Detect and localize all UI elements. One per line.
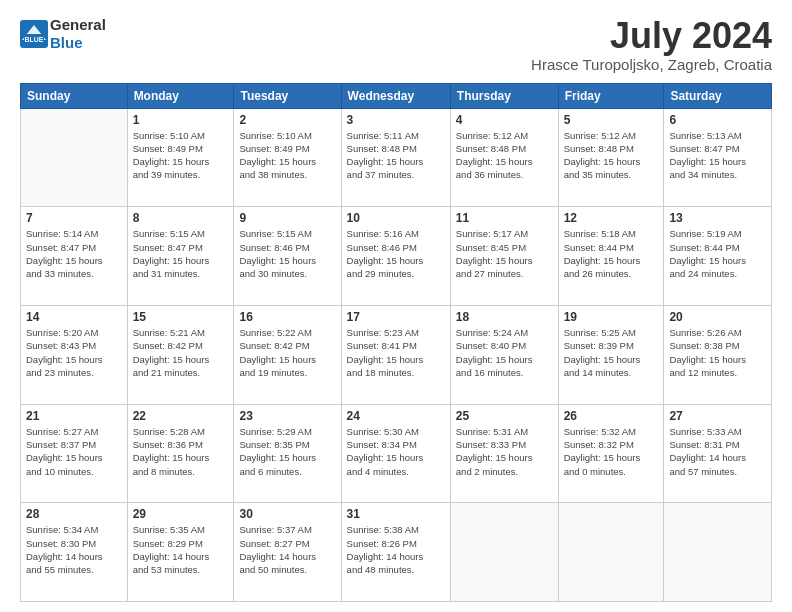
day-number: 25 — [456, 409, 553, 423]
calendar-cell: 12Sunrise: 5:18 AMSunset: 8:44 PMDayligh… — [558, 207, 664, 306]
day-info: Sunrise: 5:25 AMSunset: 8:39 PMDaylight:… — [564, 326, 659, 379]
header: BLUE General Blue July 2024 Hrasce Turop… — [20, 16, 772, 73]
day-number: 19 — [564, 310, 659, 324]
logo-text: General Blue — [50, 16, 106, 52]
weekday-header-tuesday: Tuesday — [234, 83, 341, 108]
calendar-cell: 6Sunrise: 5:13 AMSunset: 8:47 PMDaylight… — [664, 108, 772, 207]
day-number: 24 — [347, 409, 445, 423]
calendar-cell: 21Sunrise: 5:27 AMSunset: 8:37 PMDayligh… — [21, 404, 128, 503]
day-info: Sunrise: 5:26 AMSunset: 8:38 PMDaylight:… — [669, 326, 766, 379]
day-number: 17 — [347, 310, 445, 324]
week-row-3: 14Sunrise: 5:20 AMSunset: 8:43 PMDayligh… — [21, 305, 772, 404]
day-info: Sunrise: 5:27 AMSunset: 8:37 PMDaylight:… — [26, 425, 122, 478]
weekday-header-row: SundayMondayTuesdayWednesdayThursdayFrid… — [21, 83, 772, 108]
day-info: Sunrise: 5:15 AMSunset: 8:46 PMDaylight:… — [239, 227, 335, 280]
day-info: Sunrise: 5:31 AMSunset: 8:33 PMDaylight:… — [456, 425, 553, 478]
calendar-cell: 22Sunrise: 5:28 AMSunset: 8:36 PMDayligh… — [127, 404, 234, 503]
weekday-header-thursday: Thursday — [450, 83, 558, 108]
title-area: July 2024 Hrasce Turopoljsko, Zagreb, Cr… — [531, 16, 772, 73]
logo: BLUE General Blue — [20, 16, 106, 52]
calendar-cell: 11Sunrise: 5:17 AMSunset: 8:45 PMDayligh… — [450, 207, 558, 306]
calendar-cell: 3Sunrise: 5:11 AMSunset: 8:48 PMDaylight… — [341, 108, 450, 207]
calendar-cell: 1Sunrise: 5:10 AMSunset: 8:49 PMDaylight… — [127, 108, 234, 207]
day-number: 8 — [133, 211, 229, 225]
calendar-cell: 10Sunrise: 5:16 AMSunset: 8:46 PMDayligh… — [341, 207, 450, 306]
svg-text:BLUE: BLUE — [24, 36, 43, 43]
day-number: 4 — [456, 113, 553, 127]
weekday-header-monday: Monday — [127, 83, 234, 108]
day-number: 18 — [456, 310, 553, 324]
day-number: 7 — [26, 211, 122, 225]
day-info: Sunrise: 5:28 AMSunset: 8:36 PMDaylight:… — [133, 425, 229, 478]
day-info: Sunrise: 5:19 AMSunset: 8:44 PMDaylight:… — [669, 227, 766, 280]
calendar-cell: 19Sunrise: 5:25 AMSunset: 8:39 PMDayligh… — [558, 305, 664, 404]
calendar-cell: 8Sunrise: 5:15 AMSunset: 8:47 PMDaylight… — [127, 207, 234, 306]
day-number: 30 — [239, 507, 335, 521]
day-info: Sunrise: 5:17 AMSunset: 8:45 PMDaylight:… — [456, 227, 553, 280]
day-info: Sunrise: 5:35 AMSunset: 8:29 PMDaylight:… — [133, 523, 229, 576]
calendar-table: SundayMondayTuesdayWednesdayThursdayFrid… — [20, 83, 772, 602]
day-info: Sunrise: 5:14 AMSunset: 8:47 PMDaylight:… — [26, 227, 122, 280]
calendar-cell — [558, 503, 664, 602]
day-number: 15 — [133, 310, 229, 324]
day-info: Sunrise: 5:21 AMSunset: 8:42 PMDaylight:… — [133, 326, 229, 379]
week-row-1: 1Sunrise: 5:10 AMSunset: 8:49 PMDaylight… — [21, 108, 772, 207]
day-number: 13 — [669, 211, 766, 225]
calendar-cell: 15Sunrise: 5:21 AMSunset: 8:42 PMDayligh… — [127, 305, 234, 404]
calendar-cell: 31Sunrise: 5:38 AMSunset: 8:26 PMDayligh… — [341, 503, 450, 602]
day-number: 23 — [239, 409, 335, 423]
day-info: Sunrise: 5:16 AMSunset: 8:46 PMDaylight:… — [347, 227, 445, 280]
day-number: 5 — [564, 113, 659, 127]
day-number: 26 — [564, 409, 659, 423]
day-number: 3 — [347, 113, 445, 127]
day-info: Sunrise: 5:37 AMSunset: 8:27 PMDaylight:… — [239, 523, 335, 576]
calendar-cell: 27Sunrise: 5:33 AMSunset: 8:31 PMDayligh… — [664, 404, 772, 503]
calendar-cell: 9Sunrise: 5:15 AMSunset: 8:46 PMDaylight… — [234, 207, 341, 306]
day-number: 6 — [669, 113, 766, 127]
day-number: 29 — [133, 507, 229, 521]
day-number: 1 — [133, 113, 229, 127]
day-number: 9 — [239, 211, 335, 225]
logo-line2: Blue — [50, 34, 106, 52]
day-number: 31 — [347, 507, 445, 521]
logo-icon: BLUE — [20, 20, 48, 48]
day-info: Sunrise: 5:30 AMSunset: 8:34 PMDaylight:… — [347, 425, 445, 478]
calendar-cell: 7Sunrise: 5:14 AMSunset: 8:47 PMDaylight… — [21, 207, 128, 306]
calendar-cell: 5Sunrise: 5:12 AMSunset: 8:48 PMDaylight… — [558, 108, 664, 207]
calendar-cell: 20Sunrise: 5:26 AMSunset: 8:38 PMDayligh… — [664, 305, 772, 404]
day-number: 22 — [133, 409, 229, 423]
day-number: 16 — [239, 310, 335, 324]
calendar-cell: 29Sunrise: 5:35 AMSunset: 8:29 PMDayligh… — [127, 503, 234, 602]
calendar-cell — [450, 503, 558, 602]
day-number: 14 — [26, 310, 122, 324]
calendar-cell: 30Sunrise: 5:37 AMSunset: 8:27 PMDayligh… — [234, 503, 341, 602]
day-info: Sunrise: 5:12 AMSunset: 8:48 PMDaylight:… — [456, 129, 553, 182]
day-info: Sunrise: 5:38 AMSunset: 8:26 PMDaylight:… — [347, 523, 445, 576]
day-info: Sunrise: 5:10 AMSunset: 8:49 PMDaylight:… — [133, 129, 229, 182]
page: BLUE General Blue July 2024 Hrasce Turop… — [0, 0, 792, 612]
day-number: 20 — [669, 310, 766, 324]
week-row-4: 21Sunrise: 5:27 AMSunset: 8:37 PMDayligh… — [21, 404, 772, 503]
week-row-5: 28Sunrise: 5:34 AMSunset: 8:30 PMDayligh… — [21, 503, 772, 602]
weekday-header-sunday: Sunday — [21, 83, 128, 108]
calendar-cell: 25Sunrise: 5:31 AMSunset: 8:33 PMDayligh… — [450, 404, 558, 503]
calendar-cell: 23Sunrise: 5:29 AMSunset: 8:35 PMDayligh… — [234, 404, 341, 503]
calendar-cell — [21, 108, 128, 207]
calendar-cell: 28Sunrise: 5:34 AMSunset: 8:30 PMDayligh… — [21, 503, 128, 602]
day-number: 2 — [239, 113, 335, 127]
day-info: Sunrise: 5:34 AMSunset: 8:30 PMDaylight:… — [26, 523, 122, 576]
calendar-cell: 4Sunrise: 5:12 AMSunset: 8:48 PMDaylight… — [450, 108, 558, 207]
week-row-2: 7Sunrise: 5:14 AMSunset: 8:47 PMDaylight… — [21, 207, 772, 306]
day-info: Sunrise: 5:33 AMSunset: 8:31 PMDaylight:… — [669, 425, 766, 478]
calendar-cell: 17Sunrise: 5:23 AMSunset: 8:41 PMDayligh… — [341, 305, 450, 404]
calendar-cell — [664, 503, 772, 602]
calendar-cell: 16Sunrise: 5:22 AMSunset: 8:42 PMDayligh… — [234, 305, 341, 404]
calendar-cell: 13Sunrise: 5:19 AMSunset: 8:44 PMDayligh… — [664, 207, 772, 306]
day-number: 11 — [456, 211, 553, 225]
calendar-cell: 18Sunrise: 5:24 AMSunset: 8:40 PMDayligh… — [450, 305, 558, 404]
day-info: Sunrise: 5:20 AMSunset: 8:43 PMDaylight:… — [26, 326, 122, 379]
month-title: July 2024 — [531, 16, 772, 56]
day-number: 28 — [26, 507, 122, 521]
weekday-header-saturday: Saturday — [664, 83, 772, 108]
calendar-cell: 24Sunrise: 5:30 AMSunset: 8:34 PMDayligh… — [341, 404, 450, 503]
